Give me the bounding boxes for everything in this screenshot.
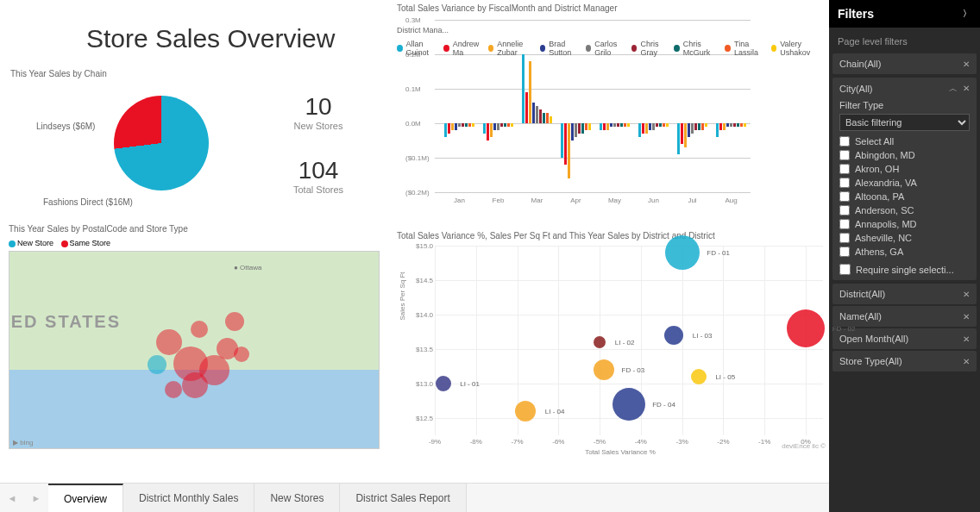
bar[interactable] — [624, 123, 626, 127]
tab-district-sales-report[interactable]: District Sales Report — [340, 484, 466, 512]
bar[interactable] — [550, 116, 552, 123]
filter-card[interactable]: District(All)✕ — [832, 284, 977, 304]
bar[interactable] — [652, 123, 655, 130]
filter-chain[interactable]: Chain(All) ✕ — [832, 53, 977, 74]
city-option[interactable]: Altoona, PA — [839, 190, 970, 203]
bar[interactable] — [620, 123, 623, 127]
close-icon[interactable]: ✕ — [963, 312, 970, 322]
bar[interactable] — [642, 123, 644, 134]
bar[interactable] — [536, 106, 538, 123]
bar[interactable] — [688, 123, 690, 137]
bubble[interactable] — [594, 359, 614, 380]
bar[interactable] — [737, 123, 739, 127]
bar[interactable] — [666, 123, 669, 127]
bar[interactable] — [681, 123, 683, 144]
city-option[interactable]: Annapolis, MD — [839, 217, 970, 231]
bar[interactable] — [649, 123, 651, 130]
bar[interactable] — [627, 123, 630, 127]
bar[interactable] — [603, 123, 606, 130]
filter-card[interactable]: Store Type(All)✕ — [832, 351, 977, 372]
bar[interactable] — [698, 123, 700, 130]
bar[interactable] — [546, 113, 549, 123]
bubble[interactable] — [665, 235, 700, 270]
bar[interactable] — [497, 123, 499, 130]
chevron-up-icon[interactable]: ︿ — [949, 84, 958, 93]
bar[interactable] — [462, 123, 464, 127]
bar[interactable] — [716, 123, 719, 137]
bar[interactable] — [472, 123, 474, 127]
bubble[interactable] — [594, 336, 606, 348]
bar[interactable] — [493, 123, 496, 130]
close-icon[interactable]: ✕ — [963, 334, 970, 344]
filter-city[interactable]: City(All) ︿ ✕ Filter Type Basic filterin… — [832, 78, 977, 280]
city-checkbox[interactable] — [839, 136, 850, 147]
bar[interactable] — [525, 92, 528, 123]
bar[interactable] — [578, 123, 581, 134]
city-checkbox[interactable] — [839, 191, 850, 202]
legend-item[interactable]: Carlos Grilo — [586, 40, 628, 57]
city-checkbox[interactable] — [839, 205, 850, 215]
bar[interactable] — [444, 123, 447, 137]
bar[interactable] — [694, 123, 697, 130]
legend-item[interactable]: Tina Lassila — [725, 40, 767, 57]
city-checkbox[interactable] — [839, 233, 850, 243]
city-option[interactable]: Asheville, NC — [839, 231, 970, 245]
filter-type-select[interactable]: Basic filtering — [839, 114, 970, 131]
bar[interactable] — [511, 123, 513, 127]
bar[interactable] — [581, 123, 584, 134]
tab-district-monthly[interactable]: District Monthly Sales — [123, 484, 254, 512]
bar[interactable] — [691, 123, 694, 134]
bar[interactable] — [504, 123, 506, 127]
scatter-chart[interactable]: Sales Per Sq Ft Total Sales Variance % $… — [418, 246, 823, 435]
bar[interactable] — [606, 123, 609, 130]
bar[interactable] — [588, 123, 591, 130]
bar[interactable] — [575, 123, 577, 137]
tab-next[interactable]: ► — [24, 484, 48, 512]
legend-item[interactable]: Annelie Zubar — [488, 40, 537, 57]
close-icon[interactable]: ✕ — [963, 357, 970, 366]
bar[interactable] — [723, 123, 726, 130]
legend-item[interactable]: Valery Ushakov — [771, 40, 824, 57]
bar[interactable] — [659, 123, 662, 127]
bar[interactable] — [465, 123, 468, 127]
bar[interactable] — [585, 123, 587, 130]
close-icon[interactable]: ✕ — [963, 290, 970, 299]
bar[interactable] — [726, 123, 729, 127]
bar[interactable] — [451, 123, 454, 130]
bar[interactable] — [677, 123, 680, 154]
bar[interactable] — [561, 123, 563, 158]
bar[interactable] — [613, 123, 616, 127]
map-visual[interactable]: ITED STATES ● Ottawa ▶ bing — [9, 251, 380, 449]
bar[interactable] — [645, 123, 648, 134]
require-single-checkbox[interactable] — [839, 264, 851, 275]
bar[interactable] — [543, 113, 545, 123]
bar[interactable] — [663, 123, 665, 127]
bubble[interactable] — [787, 309, 825, 347]
bar[interactable] — [532, 103, 535, 123]
pie-chart[interactable] — [114, 96, 209, 190]
bubble[interactable] — [612, 388, 645, 421]
tab-new-stores[interactable]: New Stores — [254, 484, 340, 512]
tab-overview[interactable]: Overview — [48, 484, 123, 512]
bar[interactable] — [600, 123, 602, 130]
bar[interactable] — [507, 123, 510, 127]
bar[interactable] — [656, 123, 658, 127]
close-icon[interactable]: ✕ — [963, 59, 970, 69]
city-option[interactable]: Akron, OH — [839, 162, 970, 176]
city-option[interactable]: Alexandria, VA — [839, 176, 970, 190]
city-checkbox[interactable] — [839, 247, 850, 257]
legend-item[interactable]: Andrew Ma — [443, 40, 484, 57]
city-checkbox[interactable] — [839, 178, 850, 188]
bar[interactable] — [487, 123, 489, 140]
filter-card[interactable]: Name(All)✕ — [832, 306, 977, 327]
legend-item[interactable]: Chris Gray — [631, 40, 670, 57]
city-option[interactable]: Abingdon, MD — [839, 148, 970, 162]
bar[interactable] — [490, 123, 493, 137]
city-checkbox[interactable] — [839, 164, 850, 174]
bar[interactable] — [522, 54, 525, 123]
bar[interactable] — [448, 123, 450, 134]
legend-item[interactable]: Brad Sutton — [540, 40, 582, 57]
city-checkbox[interactable] — [839, 219, 850, 229]
bar[interactable] — [458, 123, 461, 127]
bubble[interactable] — [664, 326, 683, 345]
